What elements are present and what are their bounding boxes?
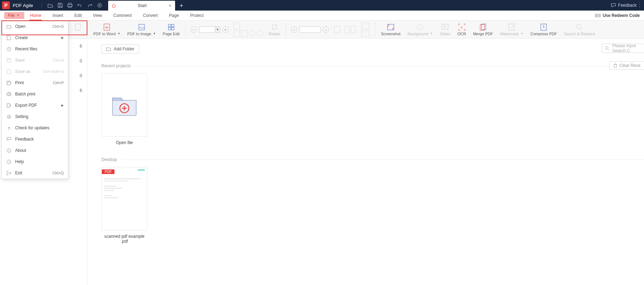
menu-item-label: Save: [15, 58, 25, 63]
refresh-icon[interactable]: [249, 30, 255, 37]
caret-down-icon: ▼: [117, 32, 120, 35]
zoom-in-button[interactable]: +: [222, 26, 229, 33]
menu-item-label: Create: [15, 35, 28, 40]
layout2-icon[interactable]: [361, 30, 369, 37]
prev-page-button[interactable]: ‹: [291, 26, 297, 33]
file-menu-batch-print[interactable]: Batch print: [2, 88, 68, 100]
file-menu-about[interactable]: About: [2, 145, 68, 156]
tab-page[interactable]: Page: [163, 11, 185, 20]
file-menu-setting[interactable]: Setting: [2, 111, 68, 122]
chevron-right-icon: ▶: [61, 104, 64, 107]
barcode-icon: [595, 13, 601, 18]
redeem-code-link[interactable]: Use Redeem Code: [603, 13, 640, 18]
file-menu-print[interactable]: Print Ctrl+P: [2, 77, 68, 88]
feedback-label: Feedback: [618, 3, 637, 8]
compress-pdf-button[interactable]: Compress PDF: [527, 20, 560, 39]
background-icon: [416, 23, 424, 31]
grid-icon: [167, 23, 175, 31]
file-menu-updates[interactable]: Check for updates: [2, 122, 68, 134]
menu-item-label: Print: [15, 80, 24, 85]
fit-height-icon[interactable]: [241, 30, 248, 37]
page-edit-button[interactable]: Page Edit: [159, 20, 183, 39]
file-menu-recent[interactable]: Recent files: [2, 43, 68, 55]
add-tab-button[interactable]: +: [177, 1, 186, 11]
tab-title: Start: [126, 3, 158, 8]
file-menu-help[interactable]: ? Help: [2, 156, 68, 167]
fit-width-icon[interactable]: [234, 30, 240, 37]
undo-icon[interactable]: [77, 2, 83, 8]
save-icon[interactable]: [57, 2, 63, 8]
svg-rect-11: [388, 24, 394, 30]
rotate-label: Rotate: [269, 32, 280, 36]
menu-item-label: Setting: [15, 114, 28, 119]
two-page-right-icon[interactable]: [351, 26, 356, 33]
tab-comment[interactable]: Comment: [108, 11, 137, 20]
pdf-to-word-button[interactable]: W PDF to Word▼: [90, 20, 124, 39]
desktop-file-tile[interactable]: PDF scanned pdf example .pdf: [101, 167, 147, 244]
file-menu-open[interactable]: Open Ctrl+O: [2, 21, 68, 32]
file-menu-create[interactable]: Create ▶: [2, 32, 68, 43]
svg-rect-2: [75, 24, 80, 30]
target-icon[interactable]: [97, 2, 103, 8]
desktop-file-caption: scanned pdf example .pdf: [101, 234, 147, 244]
feedback-button[interactable]: Feedback: [611, 3, 637, 8]
refresh2-icon[interactable]: [257, 30, 263, 37]
clock-icon: [6, 46, 12, 52]
shortcut-label: Ctrl+O: [52, 24, 64, 29]
clear-recent-label: Clear Rece: [619, 63, 640, 68]
tab-edit[interactable]: Edit: [69, 11, 87, 20]
pdf-to-image-button[interactable]: PDF to Image▼: [124, 20, 159, 39]
menu-item-label: Batch print: [15, 92, 35, 97]
redo-icon[interactable]: [87, 2, 93, 8]
file-menu-feedback[interactable]: Feedback: [2, 134, 68, 145]
svg-rect-10: [272, 25, 277, 29]
open-folder-icon[interactable]: [48, 2, 53, 8]
screenshot-icon: [387, 23, 395, 31]
folder-icon: [106, 47, 111, 51]
zoom-out-button[interactable]: −: [191, 26, 197, 33]
next-page-button[interactable]: ›: [323, 26, 329, 33]
tab-convert[interactable]: Convert: [137, 11, 163, 20]
open-file-caption: Open file: [116, 140, 133, 145]
shortcut-label: Ctrl+Shift+S: [43, 69, 64, 74]
search-input[interactable]: Please Input Search C: [602, 44, 644, 53]
file-menu-button[interactable]: File ▼: [4, 12, 24, 19]
svg-rect-5: [139, 24, 144, 30]
tab-protect[interactable]: Protect: [185, 11, 209, 20]
file-menu-exit[interactable]: Exit Ctrl+Q: [2, 167, 68, 179]
pdf-to-image-label: PDF to Image: [127, 32, 151, 36]
svg-point-0: [98, 4, 101, 7]
page-field[interactable]: [299, 26, 321, 33]
svg-rect-12: [442, 24, 448, 29]
two-page-left-icon[interactable]: [345, 26, 349, 33]
open-file-tile[interactable]: Open file: [101, 73, 147, 145]
svg-point-21: [8, 116, 10, 117]
app-logo: P: [2, 1, 10, 9]
app-name: PDF Agile: [13, 3, 33, 8]
tab-view[interactable]: View: [87, 11, 108, 20]
close-tab-icon[interactable]: ×: [169, 3, 172, 8]
chat-icon: [611, 3, 616, 7]
tab-start[interactable]: Start ×: [108, 1, 175, 11]
quick-access-toolbar: [40, 2, 103, 8]
fit-page-icon[interactable]: [234, 23, 240, 29]
tab-home[interactable]: Home: [24, 11, 47, 20]
single-page-icon[interactable]: [334, 26, 340, 33]
clear-recent-button[interactable]: Clear Rece: [609, 61, 644, 70]
svg-rect-9: [172, 27, 174, 30]
ocr-button[interactable]: A OCR: [454, 20, 469, 39]
tab-insert[interactable]: Insert: [47, 11, 69, 20]
background-label: Background: [408, 32, 428, 36]
screenshot-button[interactable]: Screenshot: [377, 20, 404, 39]
merge-pdf-button[interactable]: Merge PDF: [470, 20, 496, 39]
caret-down-icon: ▼: [215, 27, 220, 32]
menu-item-label: Save as: [15, 69, 30, 74]
add-folder-button[interactable]: Add Folder: [101, 44, 139, 54]
file-menu-export[interactable]: Export PDF ▶: [2, 100, 68, 111]
print-icon[interactable]: [67, 2, 73, 8]
svg-text:A: A: [460, 26, 463, 29]
document-thumbnail: PDF: [101, 167, 147, 230]
zoom-field[interactable]: ▼: [199, 26, 220, 33]
divider: [135, 66, 644, 66]
layout-icon[interactable]: [361, 23, 369, 29]
